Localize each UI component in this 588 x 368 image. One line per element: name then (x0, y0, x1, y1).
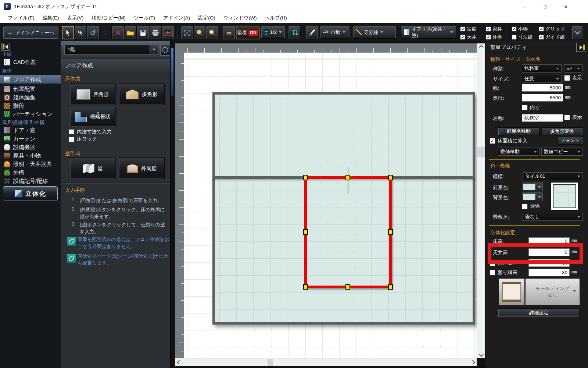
selection-handle-bottom-left[interactable] (303, 284, 308, 290)
sidebar-item-stairs[interactable]: 階段 (0, 102, 61, 110)
menu-edit[interactable]: 編集(E) (39, 13, 63, 23)
area-unit-dropdown[interactable]: m² (564, 64, 582, 72)
selection-handle-top-right[interactable] (388, 175, 393, 180)
selection-handle-top-left[interactable] (303, 175, 308, 180)
layer-checkbox-accessories[interactable]: ✓小物 (512, 26, 533, 32)
polygon-floor-button[interactable]: 多角形 (119, 84, 165, 105)
minimize-button[interactable]: ─ (515, 0, 534, 13)
zoom-in-button[interactable] (193, 26, 206, 39)
room-name-input[interactable]: 執務室 (522, 114, 563, 122)
sidebar-item-cad[interactable]: CAD作図 (0, 58, 61, 66)
scroll-up-button[interactable] (477, 43, 485, 51)
layer-checkbox-dimension-lines[interactable]: 寸法線 (512, 34, 533, 40)
selection-handle-mid-left[interactable] (303, 229, 308, 235)
delete-button[interactable]: × (112, 26, 124, 39)
transparent-checkbox[interactable]: 透過 (522, 203, 540, 210)
sidebar-item-partition[interactable]: パーティション (0, 110, 61, 118)
divide-line-dropdown[interactable]: 等分線 (353, 26, 396, 39)
outline-shape-button[interactable]: n 概略形状 (70, 107, 116, 127)
undo-button[interactable]: ↺ (87, 26, 99, 39)
drawing-area[interactable] (184, 53, 477, 358)
layer-checkbox-guide-lines[interactable]: ✓ガイド線 (539, 34, 565, 40)
menu-help[interactable]: ヘルプ(H) (261, 13, 291, 23)
menu-addin[interactable]: アドイン(A) (159, 13, 194, 23)
font-button[interactable]: フォント (557, 137, 583, 145)
numeric-copy-dropdown[interactable]: 数値コピー (541, 148, 583, 156)
grid-angle-button[interactable] (288, 26, 301, 39)
selection-handle-mid-right[interactable] (388, 229, 393, 235)
select-tool-button[interactable] (62, 26, 74, 39)
layer-checkbox-furniture[interactable]: ✓家具 (486, 26, 502, 32)
depth-input[interactable]: 6500 (522, 94, 563, 102)
sidebar-item-door-window[interactable]: ドア・窓 (0, 126, 61, 134)
scroll-right-button[interactable] (469, 358, 477, 366)
print-button[interactable] (149, 26, 162, 39)
dropdown-arrow-cell[interactable] (150, 45, 158, 54)
layer-checkbox-exterior[interactable]: ✓外構 (486, 34, 502, 40)
menu-view[interactable]: 表示(V) (63, 13, 88, 23)
sidebar-item-lighting[interactable]: 照明・天井器具 (0, 160, 61, 168)
scroll-down-button[interactable] (477, 351, 485, 358)
sidebar-item-curtain[interactable]: カーテン (0, 135, 61, 143)
pbd-export-button[interactable]: pbd (162, 26, 174, 39)
zoom-out-button[interactable] (206, 26, 218, 39)
horizontal-scroll-thumb[interactable] (268, 359, 273, 366)
menu-tools[interactable]: ツール(T) (130, 13, 159, 23)
selection-handle-top-mid[interactable] (345, 175, 350, 180)
layer-checkbox-grid[interactable]: ✓グリッド (539, 26, 565, 32)
menu-settings[interactable]: 設定(O) (194, 13, 219, 23)
drawing-canvas[interactable] (171, 41, 486, 368)
sidebar-item-floor-create[interactable]: フロア作成 (0, 75, 61, 84)
save-button[interactable] (137, 26, 149, 39)
scroll-left-button[interactable] (175, 358, 183, 366)
size-mode-dropdown[interactable]: 任意 (522, 75, 562, 83)
tatami-dropdown[interactable]: 畳なし (523, 213, 583, 221)
measure-tool-button[interactable] (306, 26, 318, 39)
note-link-1[interactable]: 部屋を配置済みの場合は、フロア作成をおこなう必要はありません。 (78, 236, 169, 250)
vertical-scrollbar[interactable] (477, 43, 485, 358)
sidebar-item-symbols-wiring[interactable]: 設備記号/配線 (0, 177, 61, 185)
room-type-dropdown[interactable]: 執務室 (522, 64, 562, 72)
grid-scale-dropdown[interactable]: 1/2 (261, 26, 285, 39)
multi-select-tool-button[interactable] (74, 26, 87, 39)
pattern-dropdown[interactable]: タイル01 (523, 172, 583, 180)
selection-handle-bottom-right[interactable] (388, 284, 393, 290)
outer-wall-button[interactable]: 外周壁 (119, 158, 165, 179)
menu-move-copy[interactable]: 移動/コピー(M) (88, 13, 130, 23)
inner-size-checkbox[interactable]: 内寸 (522, 104, 540, 111)
horizontal-scrollbar[interactable] (175, 358, 477, 366)
sidebar-item-body-edit[interactable]: 躯体編集 (0, 93, 61, 102)
layer-checkbox-equipment[interactable]: ✓設備 (460, 26, 476, 32)
sidebar-item-equipment[interactable]: 設備機器 (0, 143, 61, 151)
snap-toggle-button[interactable]: 吸着 ON (236, 26, 259, 39)
crown-molding-checkbox[interactable]: 廻り縁高: (490, 269, 519, 276)
make-3d-button[interactable]: 立体化 (3, 186, 58, 201)
width-input[interactable]: 5000 (522, 84, 563, 92)
redo-button[interactable]: ↻ (99, 26, 112, 39)
molding-dropdown[interactable]: モールディング なし (526, 279, 580, 305)
open-button[interactable] (124, 26, 137, 39)
sidebar-item-exterior[interactable]: 外構 (0, 169, 61, 177)
close-button[interactable]: ✕ (556, 0, 576, 13)
foreground-color-dropdown[interactable] (522, 183, 543, 191)
inner-dimension-checkbox[interactable]: 内法寸法で入力 (69, 128, 112, 135)
include-floor-area-checkbox[interactable]: ✓ 床面積に算入 (490, 138, 527, 144)
polygon-convert-button[interactable]: 多角形変換 (541, 127, 583, 135)
dimension-auto-dropdown[interactable]: 123 自動 (320, 26, 350, 39)
detail-settings-button[interactable]: 詳細設定 (498, 308, 580, 317)
layer-checkbox-ceiling[interactable]: ✓天井 (460, 34, 476, 40)
molding-preview-button[interactable] (499, 279, 524, 305)
numeric-move-dropdown[interactable]: 数値移動 (498, 148, 539, 156)
sidebar-item-room-layout[interactable]: 部屋配置 (0, 85, 61, 93)
sidebar-item-furniture[interactable]: 家具・小物 (0, 152, 61, 160)
vertical-scroll-thumb[interactable] (477, 147, 485, 157)
menu-file[interactable]: ファイル(F) (4, 13, 39, 23)
palette-style-dropdown[interactable]: オフィス(家具・塗) (401, 26, 456, 39)
note-link-2[interactable]: 間仕切りパーツは[ゾーン/間仕切り]ナビから配置します。 (78, 252, 169, 266)
size-show-checkbox[interactable]: 表示 (564, 75, 582, 81)
wall-button[interactable]: 壁 (70, 158, 116, 179)
floor-lock-checkbox[interactable]: 床ロック (69, 136, 97, 142)
menu-window[interactable]: ウィンドウ(W) (219, 13, 261, 23)
floor-select-dropdown[interactable]: 1階 (64, 45, 158, 54)
toolbar-expand-button[interactable] (572, 26, 583, 39)
